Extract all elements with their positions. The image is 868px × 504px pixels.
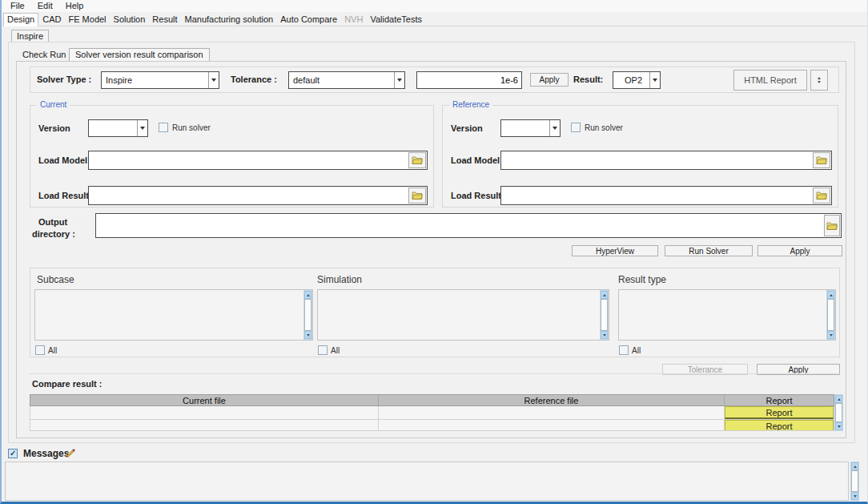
solver-type-label: Solver Type : bbox=[37, 75, 91, 84]
current-version-select[interactable] bbox=[88, 119, 148, 137]
tab-result[interactable]: Result bbox=[149, 14, 180, 26]
current-file-cell[interactable] bbox=[30, 420, 379, 431]
reference-version-select[interactable] bbox=[500, 119, 561, 137]
folder-open-icon bbox=[826, 221, 838, 231]
simulation-scrollbar[interactable] bbox=[600, 290, 609, 340]
messages-scrollbar[interactable] bbox=[850, 462, 859, 501]
result-type-all-checkbox[interactable] bbox=[619, 345, 629, 355]
tab-auto-compare[interactable]: Auto Compare bbox=[277, 14, 340, 26]
output-directory-label-line2: directory : bbox=[32, 229, 75, 239]
menu-help[interactable]: Help bbox=[60, 0, 90, 12]
current-load-model-field-wrap bbox=[88, 151, 428, 170]
messages-checkbox[interactable] bbox=[8, 449, 18, 458]
reference-load-model-input[interactable] bbox=[501, 151, 831, 169]
reference-file-cell[interactable] bbox=[379, 420, 725, 431]
separator bbox=[30, 373, 840, 374]
html-report-button[interactable]: HTML Report bbox=[733, 70, 807, 91]
main-tab-bar: Design CAD FE Model Solution Result Manu… bbox=[2, 14, 867, 26]
scrollbar-thumb[interactable] bbox=[835, 403, 842, 422]
tab-solver-version-result-comparison[interactable]: Solver version result comparison bbox=[69, 48, 210, 62]
output-directory-browse-button[interactable] bbox=[824, 215, 840, 236]
column-header-reference-file[interactable]: Reference file bbox=[379, 395, 725, 405]
compare-table-scrollbar[interactable] bbox=[834, 394, 843, 431]
report-button[interactable]: Report bbox=[725, 420, 834, 431]
scroll-down-icon[interactable] bbox=[601, 331, 608, 339]
messages-output[interactable] bbox=[5, 462, 849, 501]
apply-run-button[interactable]: Apply bbox=[757, 245, 842, 256]
scroll-down-icon[interactable] bbox=[851, 492, 858, 500]
menu-edit[interactable]: Edit bbox=[32, 0, 58, 12]
chevron-down-icon[interactable] bbox=[208, 72, 219, 88]
subcase-list[interactable] bbox=[34, 289, 313, 341]
tab-solution[interactable]: Solution bbox=[111, 14, 149, 26]
scrollbar-thumb[interactable] bbox=[851, 470, 858, 492]
tolerance-select[interactable]: default bbox=[288, 71, 405, 89]
tab-nvh[interactable]: NVH bbox=[341, 14, 366, 26]
tolerance-value-input[interactable] bbox=[417, 72, 521, 88]
chevron-down-icon[interactable] bbox=[394, 72, 404, 88]
simulation-all-checkbox[interactable] bbox=[318, 345, 328, 355]
simulation-label: Simulation bbox=[317, 274, 362, 285]
menu-file[interactable]: File bbox=[5, 0, 30, 12]
tab-cad[interactable]: CAD bbox=[39, 14, 64, 26]
scrollbar-thumb[interactable] bbox=[827, 299, 834, 331]
folder-open-icon bbox=[816, 155, 827, 165]
subcase-all-checkbox[interactable] bbox=[35, 345, 45, 355]
hyperview-button[interactable]: HyperView bbox=[572, 245, 658, 256]
report-cell: Report bbox=[725, 406, 834, 419]
reference-load-result-browse-button[interactable] bbox=[813, 187, 830, 204]
current-load-model-input[interactable] bbox=[89, 151, 427, 169]
chevron-down-icon[interactable] bbox=[649, 72, 660, 88]
result-format-select[interactable]: OP2 bbox=[613, 71, 661, 89]
chevron-down-icon[interactable] bbox=[137, 120, 147, 136]
reference-version-label: Version bbox=[451, 123, 483, 133]
reference-load-result-field-wrap bbox=[500, 186, 832, 205]
result-type-scrollbar[interactable] bbox=[826, 290, 835, 340]
current-file-cell[interactable] bbox=[30, 406, 379, 419]
report-button[interactable]: Report bbox=[725, 406, 834, 419]
current-load-result-input[interactable] bbox=[89, 187, 427, 204]
result-type-list[interactable] bbox=[618, 289, 836, 341]
spinner-up-icon bbox=[818, 77, 821, 79]
current-load-result-browse-button[interactable] bbox=[408, 187, 426, 204]
reference-group-title: Reference bbox=[449, 100, 492, 109]
output-directory-input[interactable] bbox=[96, 214, 841, 237]
messages-label: Messages bbox=[23, 448, 69, 459]
solver-settings-bar: Solver Type : Inspire Tolerance : defaul… bbox=[30, 67, 839, 93]
reference-load-model-browse-button[interactable] bbox=[813, 152, 830, 168]
current-run-solver-checkbox[interactable] bbox=[159, 123, 168, 132]
apply-tolerance-button[interactable]: Apply bbox=[530, 73, 569, 87]
tab-fe-model[interactable]: FE Model bbox=[65, 14, 109, 26]
solver-type-select[interactable]: Inspire bbox=[101, 71, 219, 89]
reference-load-result-input[interactable] bbox=[501, 187, 831, 204]
column-header-report[interactable]: Report bbox=[725, 395, 834, 405]
current-load-result-label: Load Result bbox=[38, 191, 89, 200]
scroll-up-icon[interactable] bbox=[601, 291, 608, 299]
run-solver-button[interactable]: Run Solver bbox=[665, 245, 753, 256]
html-report-options-button[interactable] bbox=[810, 70, 828, 91]
simulation-list[interactable] bbox=[317, 289, 609, 341]
pencil-icon[interactable] bbox=[66, 448, 76, 458]
scroll-up-icon[interactable] bbox=[851, 462, 858, 470]
tab-check-run[interactable]: Check Run bbox=[18, 49, 70, 61]
compare-table-header: Current file Reference file Report bbox=[30, 394, 834, 406]
tab-validatetests[interactable]: ValidateTests bbox=[367, 14, 425, 26]
scroll-down-icon[interactable] bbox=[835, 422, 842, 430]
reference-run-solver-checkbox[interactable] bbox=[571, 123, 581, 132]
scroll-down-icon[interactable] bbox=[827, 331, 834, 339]
current-load-model-browse-button[interactable] bbox=[408, 152, 426, 168]
tab-design[interactable]: Design bbox=[3, 13, 38, 26]
tab-manufacturing-solution[interactable]: Manufacturing solution bbox=[182, 14, 277, 26]
scroll-up-icon[interactable] bbox=[835, 395, 842, 403]
subcase-scrollbar[interactable] bbox=[303, 290, 312, 340]
scroll-up-icon[interactable] bbox=[304, 291, 311, 299]
scrollbar-thumb[interactable] bbox=[601, 299, 608, 331]
subcase-label: Subcase bbox=[37, 274, 74, 285]
reference-file-cell[interactable] bbox=[379, 406, 725, 419]
scroll-up-icon[interactable] bbox=[827, 291, 834, 299]
column-header-current-file[interactable]: Current file bbox=[30, 395, 379, 405]
table-row: Report bbox=[30, 406, 834, 420]
scrollbar-thumb[interactable] bbox=[304, 299, 311, 331]
chevron-down-icon[interactable] bbox=[549, 120, 560, 136]
scroll-down-icon[interactable] bbox=[304, 331, 311, 339]
